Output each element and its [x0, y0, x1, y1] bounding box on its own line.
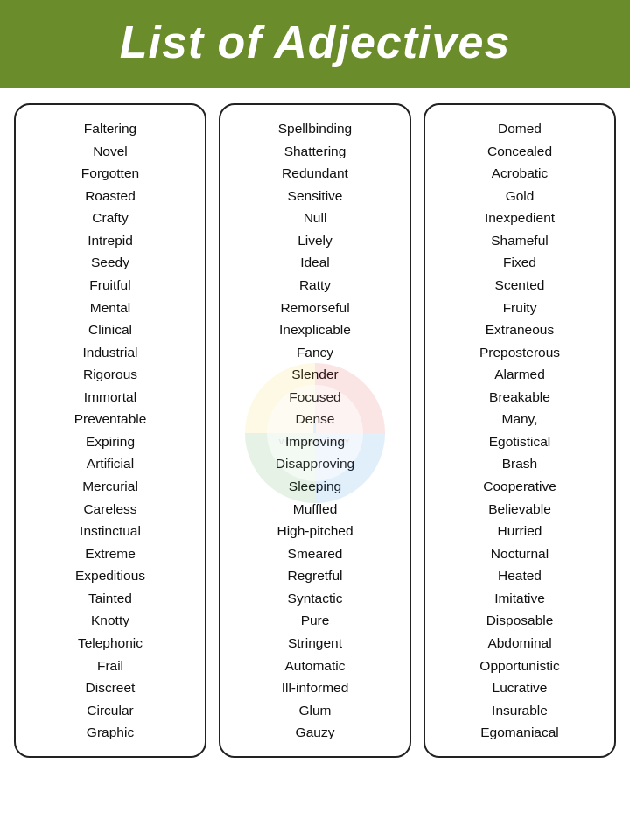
list-item: Opportunistic — [480, 654, 559, 677]
list-item: Gauzy — [296, 721, 335, 744]
list-item: Brash — [502, 452, 538, 475]
list-item: Focused — [289, 386, 340, 409]
list-item: Intrepid — [88, 229, 133, 252]
list-item: Telephonic — [78, 632, 143, 654]
list-item: Careless — [83, 498, 136, 521]
list-item: Many, — [501, 408, 537, 430]
list-item: Inexpedient — [485, 206, 555, 229]
list-item: Immortal — [84, 386, 136, 409]
list-item: Preposterous — [480, 341, 560, 364]
list-item: Disapproving — [276, 452, 354, 475]
list-item: Rigorous — [83, 363, 137, 386]
list-item: Imitative — [494, 587, 545, 610]
page-title: List of Adjectives — [21, 16, 609, 68]
list-item: Spellbinding — [278, 117, 352, 140]
list-item: Insurable — [492, 699, 548, 722]
list-item: Forgotten — [81, 162, 139, 185]
list-item: Believable — [488, 498, 551, 521]
list-item: Egotistical — [489, 430, 551, 453]
list-item: Domed — [498, 117, 542, 140]
list-item: Tainted — [88, 587, 132, 610]
list-item: Redundant — [282, 162, 348, 185]
list-item: Shattering — [284, 140, 346, 163]
list-item: Fruity — [503, 297, 537, 319]
list-item: Shameful — [491, 229, 548, 252]
list-item: Ill-informed — [282, 676, 349, 699]
list-item: Gold — [506, 185, 535, 207]
column-2: SpellbindingShatteringRedundantSensitive… — [219, 103, 411, 758]
list-item: Expiring — [86, 430, 135, 453]
list-item: Extreme — [85, 542, 136, 565]
list-item: Novel — [93, 140, 128, 163]
list-item: Circular — [87, 699, 133, 722]
list-item: Inexplicable — [279, 318, 351, 341]
list-item: Smeared — [288, 542, 343, 565]
list-item: Pure — [301, 609, 330, 632]
list-item: Breakable — [489, 386, 550, 409]
list-item: Egomaniacal — [480, 721, 559, 744]
list-item: Expeditious — [75, 564, 145, 587]
list-item: Null — [304, 206, 327, 229]
list-item: High-pitched — [276, 520, 353, 542]
list-item: Discreet — [86, 676, 136, 699]
list-item: Muffled — [293, 498, 338, 521]
list-item: Lively — [298, 229, 332, 252]
list-item: Glum — [298, 699, 331, 722]
list-item: Cooperative — [483, 475, 556, 498]
list-item: Acrobatic — [492, 162, 549, 185]
list-item: Instinctual — [80, 520, 141, 542]
list-item: Abdominal — [487, 632, 551, 654]
list-item: Disposable — [486, 609, 554, 632]
list-item: Industrial — [83, 341, 138, 364]
list-item: Regretful — [288, 564, 343, 587]
list-item: Heated — [498, 564, 542, 587]
list-item: Remorseful — [280, 297, 349, 319]
list-item: Fancy — [297, 341, 333, 364]
list-item: Alarmed — [494, 363, 545, 386]
list-item: Dense — [296, 408, 335, 430]
list-item: Clinical — [88, 318, 132, 341]
list-item: Sleeping — [289, 475, 341, 498]
list-item: Scented — [495, 274, 545, 297]
list-item: Mercurial — [82, 475, 138, 498]
list-item: Automatic — [285, 654, 346, 677]
list-item: Frail — [97, 654, 123, 677]
list-item: Knotty — [91, 609, 130, 632]
list-item: Concealed — [487, 140, 552, 163]
list-item: Preventable — [74, 408, 147, 430]
list-item: Syntactic — [288, 587, 343, 610]
list-item: Artificial — [87, 452, 134, 475]
list-item: Improving — [285, 430, 345, 453]
list-item: Nocturnal — [491, 542, 549, 565]
column-1: FalteringNovelForgottenRoastedCraftyIntr… — [14, 103, 206, 758]
content-area: I VOCABULARY FalteringNovelForgottenRoas… — [0, 88, 630, 779]
list-item: Crafty — [92, 206, 128, 229]
list-item: Mental — [90, 297, 131, 319]
list-item: Roasted — [85, 185, 136, 207]
list-item: Faltering — [84, 117, 136, 140]
list-item: Fruitful — [89, 274, 130, 297]
header: List of Adjectives — [0, 0, 630, 88]
list-item: Ratty — [299, 274, 331, 297]
list-item: Extraneous — [486, 318, 554, 341]
list-item: Hurried — [498, 520, 542, 542]
list-item: Seedy — [91, 251, 130, 274]
list-item: Slender — [291, 363, 338, 386]
list-item: Fixed — [503, 251, 536, 274]
list-item: Ideal — [300, 251, 330, 274]
list-item: Lucrative — [493, 676, 548, 699]
list-item: Stringent — [288, 632, 342, 654]
list-item: Graphic — [87, 721, 134, 744]
list-item: Sensitive — [288, 185, 343, 207]
column-3: DomedConcealedAcrobaticGoldInexpedientSh… — [424, 103, 616, 758]
